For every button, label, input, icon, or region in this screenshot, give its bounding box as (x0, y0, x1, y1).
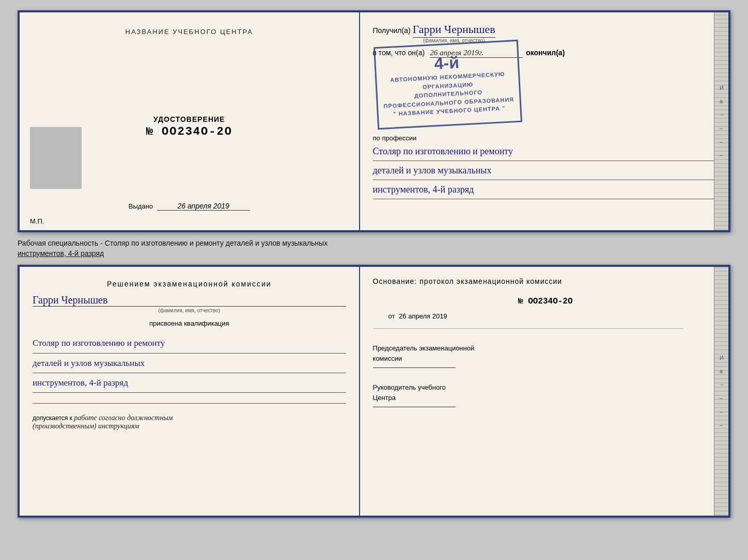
profession-text: Столяр по изготовлению и ремонту деталей… (373, 142, 718, 199)
diploma-bottom-right: Основание: протокол экзаменационной коми… (360, 267, 728, 516)
bottom-prof-line2: деталей и узлов музыкальных (33, 354, 346, 373)
bottom-number: № OO234O-2O (373, 297, 718, 306)
poluchil-label: Получил(а) (373, 26, 411, 35)
bside-label-4: – (720, 395, 725, 401)
stamp-number: 4-й (433, 53, 459, 73)
diploma-bottom-left: Решением экзаменационной комиссии Гарри … (20, 267, 360, 516)
okoncil-label: окончил(а) (526, 49, 565, 57)
prof-line2: деталей и узлов музыкальных (373, 161, 718, 180)
side-label-3: ← (720, 111, 725, 118)
side-label-6: – (720, 152, 725, 158)
bottom-section-title: Решением экзаменационной комиссии (33, 280, 346, 288)
center-title: НАЗВАНИЕ УЧЕБНОГО ЦЕНТРА (126, 28, 253, 36)
right-dashes (373, 328, 718, 329)
bottom-recipient-name: Гарри Чернышев (33, 294, 346, 307)
mp-label: М.П. (30, 217, 44, 225)
bottom-prof-line3: инструментов, 4-й разряд (33, 373, 346, 393)
caption-text2: инструментов, 4-й разряд (18, 249, 104, 258)
prof-line1: Столяр по изготовлению и ремонту (373, 142, 718, 161)
diploma-top-left: НАЗВАНИЕ УЧЕБНОГО ЦЕНТРА УДОСТОВЕРЕНИЕ №… (20, 12, 360, 230)
diploma-top: НАЗВАНИЕ УЧЕБНОГО ЦЕНТРА УДОСТОВЕРЕНИЕ №… (18, 10, 730, 232)
cert-label: УДОСТОВЕРЕНИЕ (146, 115, 232, 123)
po-professii-label: по профессии (373, 134, 718, 142)
side-label-2: а (720, 98, 725, 104)
rukovod-block: Руководитель учебного Центра (373, 382, 718, 407)
caption: Рабочая специальность - Столяр по изгото… (18, 238, 730, 259)
issued-line: Выдано 26 апреля 2019 (129, 202, 250, 211)
dotted-separator (33, 403, 346, 408)
caption-text1: Рабочая специальность - Столяр по изгото… (18, 239, 328, 247)
допуск-text2: (производственным) инструкциям (33, 422, 139, 430)
recipient-name: Гарри Чернышев (413, 23, 495, 38)
side-labels: И а ← – – – (720, 85, 725, 158)
side-decoration: И а ← – – – (714, 12, 728, 230)
ot-line: от 26 апреля 2019 (388, 312, 718, 320)
stamp: 4-й АВТОНОМНУЮ НЕКОММЕРЧЕСКУЮ ОРГАНИЗАЦИ… (373, 40, 522, 130)
predsedatel-sig-line (373, 367, 456, 368)
cert-block: УДОСТОВЕРЕНИЕ № OO234O-2O (146, 115, 232, 138)
bottom-profession: Столяр по изготовлению и ремонту деталей… (33, 333, 346, 393)
side-label-1: И (720, 85, 725, 91)
ot-date: 26 апреля 2019 (399, 312, 447, 320)
bottom-prof-line1: Столяр по изготовлению и ремонту (33, 333, 346, 353)
predsedatel-label2: комиссии (373, 355, 402, 362)
bside-label-3: ← (720, 381, 725, 388)
issued-date: 26 апреля 2019 (157, 202, 250, 211)
допуск-text1: работе согласно должностным (74, 414, 173, 422)
bottom-side-labels: И а ← – – – (720, 355, 725, 428)
cert-number: № OO234O-2O (146, 125, 232, 138)
diploma-top-right: Получил(а) Гарри Чернышев (фамилия, имя,… (360, 12, 728, 230)
rukovod-label1: Руководитель учебного (373, 383, 446, 391)
predsedatel-label1: Председатель экзаменационной (373, 344, 475, 352)
predsedatel-block: Председатель экзаменационной комиссии (373, 343, 718, 368)
issued-prefix: Выдано (129, 202, 153, 210)
assigned-label: присвоена квалификация (33, 319, 346, 327)
ot-prefix: от (388, 312, 395, 320)
side-label-4: – (720, 125, 725, 131)
допуск-prefix: допускается к (33, 414, 72, 422)
bside-label-6: – (720, 422, 725, 428)
bottom-name-sublabel: (фамилия, имя, отчество) (158, 308, 220, 313)
bside-label-2: а (720, 368, 725, 374)
rukovod-sig-line (373, 407, 456, 407)
bottom-side-decoration: И а ← – – – (714, 267, 728, 516)
side-label-5: – (720, 138, 725, 145)
poluchil-line: Получил(а) Гарри Чернышев (фамилия, имя,… (373, 23, 718, 43)
photo-placeholder (30, 127, 82, 189)
допуск-block: допускается к работе согласно должностны… (33, 414, 346, 430)
bottom-name-field: Гарри Чернышев (фамилия, имя, отчество) (33, 294, 346, 313)
diploma-bottom: Решением экзаменационной комиссии Гарри … (18, 265, 730, 518)
bside-label-5: – (720, 408, 725, 414)
prof-line3: инструментов, 4-й разряд (373, 180, 718, 199)
po-professii-block: по профессии Столяр по изготовлению и ре… (373, 130, 718, 199)
osnov-label: Основание: протокол экзаменационной коми… (373, 277, 718, 285)
bside-label-1: И (720, 355, 725, 361)
rukovod-label2: Центра (373, 394, 396, 402)
